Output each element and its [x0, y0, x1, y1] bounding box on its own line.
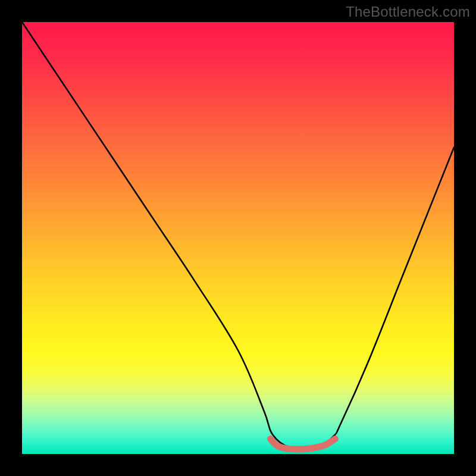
watermark-text: TheBottleneck.com	[346, 4, 470, 20]
curve-line	[22, 22, 454, 449]
chart-svg	[22, 22, 454, 454]
plot-area	[22, 22, 454, 454]
flat-base-line	[270, 439, 335, 449]
chart-frame: TheBottleneck.com	[0, 0, 476, 476]
